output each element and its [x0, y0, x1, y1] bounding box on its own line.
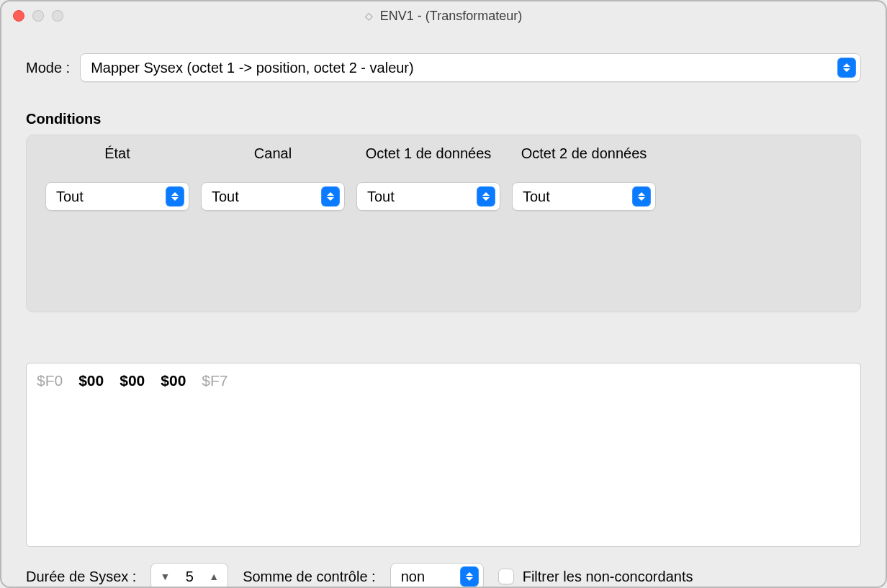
conditions-col-header-data1: Octet 1 de données	[356, 143, 500, 171]
conditions-select-status[interactable]: Tout	[45, 182, 189, 211]
checksum-label: Somme de contrôle :	[243, 569, 376, 585]
maximize-window-button[interactable]	[52, 10, 63, 22]
chevron-up-icon[interactable]: ▲	[209, 571, 219, 582]
updown-arrows-icon	[321, 186, 340, 207]
conditions-select-channel-value: Tout	[212, 189, 321, 205]
conditions-select-data1-value: Tout	[367, 189, 477, 205]
sysex-length-stepper[interactable]: ▼ 5 ▲	[150, 563, 228, 588]
window-title-wrap: ◇ ENV1 - (Transformateur)	[365, 9, 522, 24]
conditions-col-header-channel: Canal	[201, 143, 345, 171]
updown-arrows-icon	[460, 566, 479, 587]
window-titlebar: ◇ ENV1 - (Transformateur)	[1, 1, 886, 30]
checksum-select[interactable]: non	[390, 563, 484, 588]
conditions-select-data1[interactable]: Tout	[356, 182, 500, 211]
sysex-length-value: 5	[183, 569, 196, 585]
checksum-select-value: non	[401, 569, 460, 585]
sysex-byte-end: $F7	[202, 372, 228, 389]
conditions-heading: Conditions	[26, 111, 861, 127]
conditions-col-header-data2: Octet 2 de données	[512, 143, 656, 171]
bottom-row: Durée de Sysex : ▼ 5 ▲ Somme de contrôle…	[26, 563, 861, 588]
sysex-bytes-area[interactable]: $F0 $00 $00 $00 $F7	[26, 363, 861, 547]
mode-select[interactable]: Mapper Sysex (octet 1 -> position, octet…	[80, 53, 861, 82]
chevron-down-icon[interactable]: ▼	[160, 571, 170, 582]
mode-label: Mode :	[26, 60, 70, 76]
updown-arrows-icon	[477, 186, 495, 207]
conditions-box: État Canal Octet 1 de données Octet 2 de…	[26, 135, 861, 312]
sysex-byte-3[interactable]: $00	[161, 372, 186, 389]
conditions-select-data2[interactable]: Tout	[512, 182, 656, 211]
traffic-light-buttons	[13, 10, 63, 22]
conditions-col-header-status: État	[45, 143, 189, 171]
window-title: ENV1 - (Transformateur)	[380, 9, 522, 24]
mode-select-value: Mapper Sysex (octet 1 -> position, octet…	[91, 60, 837, 76]
conditions-select-data2-value: Tout	[523, 189, 632, 205]
conditions-select-channel[interactable]: Tout	[201, 182, 345, 211]
transformer-window: ◇ ENV1 - (Transformateur) Mode : Mapper …	[0, 0, 887, 588]
filter-nonmatch-checkbox[interactable]: Filtrer les non-concordants	[498, 569, 693, 585]
conditions-select-status-value: Tout	[56, 189, 166, 205]
updown-arrows-icon	[632, 186, 651, 207]
updown-arrows-icon	[166, 186, 184, 207]
document-proxy-icon[interactable]: ◇	[365, 11, 373, 21]
sysex-bytes-row: $F0 $00 $00 $00 $F7	[37, 372, 850, 389]
sysex-byte-2[interactable]: $00	[120, 372, 145, 389]
close-window-button[interactable]	[13, 10, 24, 22]
window-content: Mode : Mapper Sysex (octet 1 -> position…	[1, 30, 886, 588]
updown-arrows-icon	[837, 58, 856, 78]
sysex-byte-start: $F0	[37, 372, 63, 389]
conditions-grid: État Canal Octet 1 de données Octet 2 de…	[45, 143, 842, 211]
checkbox-box-icon	[498, 569, 514, 584]
sysex-length-label: Durée de Sysex :	[26, 569, 136, 585]
filter-nonmatch-label: Filtrer les non-concordants	[523, 569, 693, 585]
minimize-window-button[interactable]	[32, 10, 44, 22]
mode-row: Mode : Mapper Sysex (octet 1 -> position…	[26, 53, 861, 82]
sysex-byte-1[interactable]: $00	[78, 372, 104, 389]
